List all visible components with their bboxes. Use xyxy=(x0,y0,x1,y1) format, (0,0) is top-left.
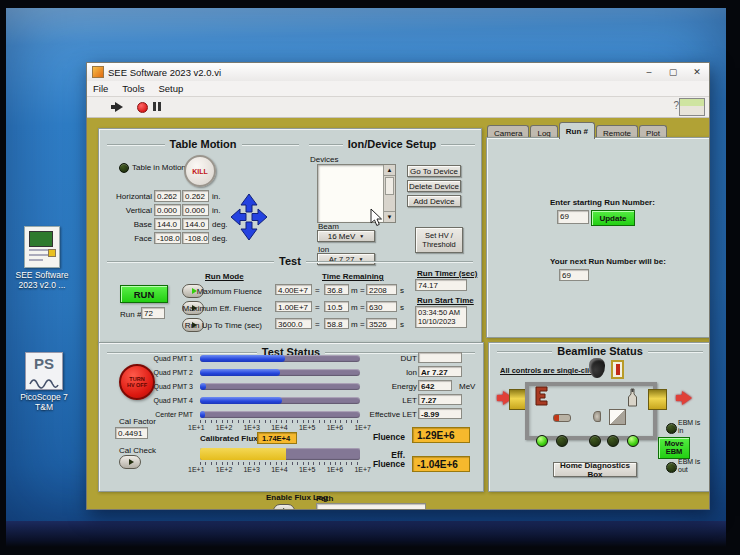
desktop-icon-see-software[interactable]: SEE Software 2023 v2.0 ... xyxy=(10,226,74,290)
beamline-status-panel: Beamline Status All controls are single-… xyxy=(488,342,710,492)
scroll-down-icon[interactable]: ▼ xyxy=(384,211,395,222)
flux-axis-ticks xyxy=(200,462,360,465)
beam-blocker-icon[interactable] xyxy=(611,360,624,379)
scroll-up-icon[interactable]: ▲ xyxy=(384,165,395,176)
flux-axis-labels: 1E+11E+21E+31E+41E+51E+61E+7 xyxy=(188,466,371,473)
horizontal-actual-field: 0.262 xyxy=(182,190,209,202)
delete-device-button[interactable]: Delete Device xyxy=(407,180,461,192)
m-equals-label: m = xyxy=(351,303,365,312)
cal-factor-field[interactable]: 0.4491 xyxy=(115,427,148,439)
s-label: s xyxy=(400,320,404,329)
run-vi-icon[interactable] xyxy=(115,102,123,112)
run-timer-header: Run Timer (sec) xyxy=(417,269,477,278)
energy-label: Energy xyxy=(392,382,417,391)
enable-flux-log-button[interactable] xyxy=(273,504,295,510)
run-button[interactable]: RUN xyxy=(120,285,168,303)
next-run-number-label: Your next Run Number will be: xyxy=(550,257,666,266)
quad-pmt3-bar xyxy=(200,383,360,390)
face-target-field[interactable]: -108.0 xyxy=(154,232,181,244)
beam-pipe-right xyxy=(648,389,667,410)
starting-run-number-field[interactable]: 69 xyxy=(557,210,589,224)
equals-label: = xyxy=(315,320,320,329)
app-window: SEE Software 2023 v2.0.vi – ▢ ✕ File Too… xyxy=(86,62,710,510)
horizontal-target-field[interactable]: 0.262 xyxy=(154,190,181,202)
ion-readout-label: Ion xyxy=(406,368,417,377)
scrollbar-thumb[interactable] xyxy=(385,177,394,195)
run-up-to-time-field[interactable]: 3600.0 xyxy=(275,318,312,329)
update-button[interactable]: Update xyxy=(591,210,635,226)
row-unit: in. xyxy=(212,206,220,215)
labview-icon xyxy=(92,66,104,78)
path-label: Path xyxy=(316,494,333,503)
devices-scrollbar[interactable]: ▲ ▼ xyxy=(383,165,395,222)
monitor-photo: SEE Software 2023 v2.0 ... PS PicoScope … xyxy=(0,0,740,555)
max-eff-fluence-field[interactable]: 1.00E+7 xyxy=(275,301,312,312)
move-ebm-button[interactable]: Move EBM xyxy=(658,437,690,459)
shutter-icon[interactable] xyxy=(593,411,601,422)
go-to-device-button[interactable]: Go To Device xyxy=(407,165,461,177)
menu-tools[interactable]: Tools xyxy=(122,83,144,94)
set-hv-threshold-button[interactable]: Set HV / Threshold xyxy=(415,227,463,253)
turn-hv-off-button[interactable]: TURN HV OFF xyxy=(119,364,155,400)
tab-run-number[interactable]: Run # xyxy=(559,122,595,139)
vacuum-gauge-icon[interactable] xyxy=(589,358,605,378)
add-device-button[interactable]: Add Device xyxy=(407,195,461,207)
run-number-field[interactable]: 72 xyxy=(141,307,165,319)
vi-panel-icon xyxy=(679,98,705,116)
row-label: Face xyxy=(134,234,152,243)
pause-icon[interactable] xyxy=(153,102,161,111)
ion-readout-field: Ar 7.27 xyxy=(418,366,462,377)
pmt-axis-labels: 1E+11E+21E+31E+41E+51E+61E+7 xyxy=(188,424,371,431)
dut-label: DUT xyxy=(401,354,417,363)
effective-let-field: -8.99 xyxy=(418,408,462,419)
equals-label: = xyxy=(315,303,320,312)
s-label: s xyxy=(400,303,404,312)
picoscope-icon: PS xyxy=(25,352,63,390)
menu-file[interactable]: File xyxy=(93,83,108,94)
desktop-icon-picoscope[interactable]: PS PicoScope 7 T&M xyxy=(12,352,76,412)
beamline-status-title: Beamline Status xyxy=(497,345,703,357)
quad-pmt1-bar xyxy=(200,355,360,362)
run-number-label: Run # xyxy=(120,310,141,319)
max-fluence-field[interactable]: 4.00E+7 xyxy=(275,284,312,295)
energy-field: 642 xyxy=(418,380,452,391)
minutes-field: 36.8 xyxy=(324,284,349,295)
maximize-button[interactable]: ▢ xyxy=(661,64,685,81)
quad-pmt2-bar xyxy=(200,369,360,376)
base-target-field[interactable]: 144.0 xyxy=(154,218,181,230)
jog-arrow-pad-icon[interactable] xyxy=(230,193,268,241)
scintillator-bottle-icon[interactable] xyxy=(627,388,638,408)
vertical-target-field[interactable]: 0.000 xyxy=(154,204,181,216)
run-timer-field: 74.17 xyxy=(415,279,467,291)
flux-log-path-field[interactable] xyxy=(316,503,426,510)
pmt-axis-ticks xyxy=(200,420,360,423)
beamline-led-4 xyxy=(607,435,619,447)
pmt-label: Quad PMT 1 xyxy=(153,355,193,362)
calibrated-flux-label: Calibrated Flux xyxy=(200,434,258,443)
next-run-number-field: 69 xyxy=(559,269,589,281)
beamline-led-2 xyxy=(556,435,568,447)
ebm-out-led xyxy=(666,462,677,473)
cal-check-button[interactable] xyxy=(119,455,141,469)
test-title: Test xyxy=(107,255,473,267)
base-actual-field: 144.0 xyxy=(182,218,209,230)
menu-setup[interactable]: Setup xyxy=(159,83,184,94)
beam-dropdown[interactable]: 16 MeV ▼ xyxy=(317,230,375,242)
mirror-icon[interactable] xyxy=(609,409,626,425)
abort-icon[interactable] xyxy=(137,102,148,113)
main-panel: Table Motion Table in Motion KILL Horizo… xyxy=(98,128,482,343)
minimize-button[interactable]: – xyxy=(637,64,661,81)
row-unit: in. xyxy=(212,192,220,201)
title-bar[interactable]: SEE Software 2023 v2.0.vi – ▢ ✕ xyxy=(87,63,709,81)
let-label: LET xyxy=(402,396,417,405)
row-label: Vertical xyxy=(126,206,152,215)
degrader-icon[interactable] xyxy=(534,386,550,410)
vertical-actual-field: 0.000 xyxy=(182,204,209,216)
close-button[interactable]: ✕ xyxy=(685,64,709,81)
probe-icon[interactable] xyxy=(553,414,571,422)
fluence-label: Fluence xyxy=(373,432,405,442)
face-actual-field: -108.0 xyxy=(182,232,209,244)
devices-listbox[interactable]: ▲ ▼ xyxy=(317,164,396,223)
kill-button[interactable]: KILL xyxy=(184,155,216,187)
home-diagnostics-button[interactable]: Home Diagnostics Box xyxy=(553,462,637,477)
